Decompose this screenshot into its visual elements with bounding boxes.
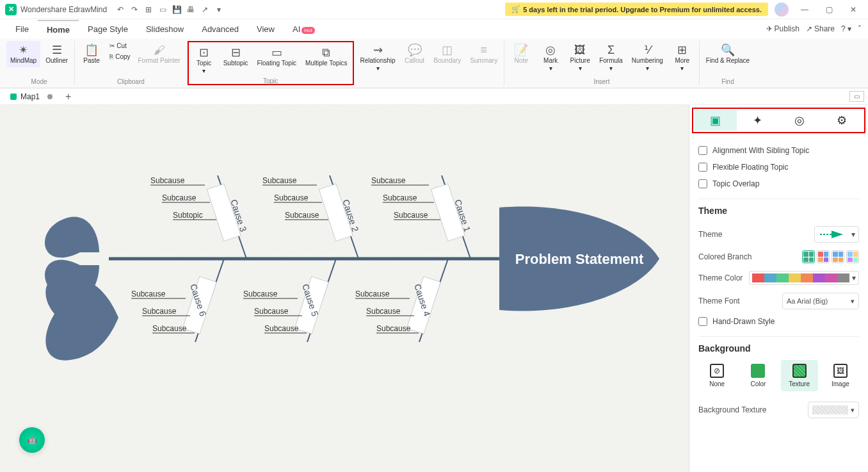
ribbon-group-topic: ⊡Topic▾ ⊟Subtopic ▭Floating Topic ⧉Multi… [188,41,354,85]
numbering-button[interactable]: ⅟Numbering▾ [628,41,667,75]
svg-text:Subcause: Subcause [285,211,319,220]
doc-tab-label: Map1 [20,92,40,101]
topic-group-label: Topic [263,77,278,85]
publish-button[interactable]: ✈ Publish [766,24,800,33]
user-avatar[interactable] [775,3,789,17]
cause-6[interactable]: Cause 6 Subcause Subcause Subcause [131,259,224,342]
theme-color-picker[interactable]: ▾ [749,271,859,285]
panel-tab-settings[interactable]: ⚙ [821,110,863,131]
cause-4[interactable]: Cause 4 Subcause Subcause Subcause [355,259,448,342]
main-area: Problem Statement Cause 1 Subcause Subca… [0,105,868,472]
doc-tab-map1[interactable]: Map1 [4,90,59,103]
branch-opt-1[interactable] [802,250,815,263]
maximize-icon[interactable]: ▢ [819,2,839,17]
panel-tab-layout[interactable]: ▣ [695,110,737,131]
menu-page-style[interactable]: Page Style [79,20,137,38]
share-button[interactable]: ↗ Share [806,24,835,33]
floating-topic-button[interactable]: ▭Floating Topic [253,44,301,70]
find-replace-button[interactable]: 🔍Find & Replace [702,41,753,67]
menu-ai[interactable]: AIHot [284,20,324,38]
overlap-checkbox[interactable]: Topic Overlap [698,175,859,192]
picture-button[interactable]: 🖼Picture▾ [566,41,594,75]
cause-3[interactable]: Cause 3 Subcause Subcause Subtopic [150,175,248,259]
svg-text:Subcause: Subcause [394,211,428,220]
svg-text:Subcause: Subcause [254,307,289,316]
menu-view[interactable]: View [248,20,284,38]
window-controls: — ▢ ✕ [795,2,863,17]
mode-label: Mode [31,78,47,85]
print-icon[interactable]: 🖶 [185,4,197,15]
branch-opt-4[interactable] [846,250,859,263]
canvas[interactable]: Problem Statement Cause 1 Subcause Subca… [0,105,689,472]
find-label: Find [721,78,734,85]
svg-text:Subcause: Subcause [376,324,411,333]
cause-2[interactable]: Cause 2 Subcause Subcause Subcause [262,175,360,259]
theme-label: Theme [698,230,722,239]
boundary-button[interactable]: ◫Boundary [430,41,465,67]
help-icon[interactable]: ? ▾ [841,24,851,33]
formula-button[interactable]: ΣFormula▾ [595,41,627,75]
multiple-topics-button[interactable]: ⧉Multiple Topics [301,44,351,70]
doc-icon [10,94,17,100]
relationship-button[interactable]: ⇝Relationship▾ [357,41,399,75]
problem-statement[interactable]: Problem Statement [515,251,644,267]
flexible-checkbox[interactable]: Flexible Floating Topic [698,159,859,175]
panel-tab-style[interactable]: ✦ [737,110,779,131]
svg-text:Subtopic: Subtopic [173,211,203,220]
add-tab-icon[interactable]: + [65,91,71,102]
topic-button[interactable]: ⊡Topic▾ [190,44,218,77]
format-painter-button[interactable]: 🖌Format Painter [134,41,184,67]
redo-icon[interactable]: ↷ [129,4,140,15]
ribbon: ✴MindMap ☰Outliner Mode 📋Paste ✂ Cut ⎘ C… [0,38,868,88]
mindmap-button[interactable]: ✴MindMap [6,41,40,67]
doc-modified-icon [47,94,52,99]
bg-texture-selector[interactable]: ▾ [808,402,859,418]
hand-drawn-checkbox[interactable]: Hand-Drawn Style [698,313,859,330]
close-icon[interactable]: ✕ [844,2,863,17]
branch-opt-3[interactable] [832,250,844,263]
alignment-checkbox[interactable]: Alignment With Sibling Topic [698,142,859,159]
undo-icon[interactable]: ↶ [115,4,126,15]
svg-text:Subcause: Subcause [355,289,390,298]
copy-button[interactable]: ⎘ Copy [107,52,133,61]
bg-image[interactable]: 🖼Image [822,360,859,391]
cause-5[interactable]: Cause 5 Subcause Subcause Subcause [243,259,336,342]
bg-none[interactable]: ⊘None [698,360,735,391]
menu-slideshow[interactable]: Slideshow [137,20,193,38]
panel-toggle-icon[interactable]: ▭ [849,91,864,102]
theme-font-selector[interactable]: Aa Arial (Big)▾ [782,293,859,309]
menu-home[interactable]: Home [38,20,79,38]
assistant-fab-icon[interactable]: 🤖 [19,427,45,453]
bg-texture-label: Background Texture [698,405,767,414]
trial-text: 5 days left in the trial period. Upgrade… [523,6,762,13]
panel-tab-mark[interactable]: ◎ [779,110,821,131]
svg-text:Subcause: Subcause [142,307,177,316]
mark-button[interactable]: ◎Mark▾ [536,41,565,75]
trial-banner[interactable]: 🛒 5 days left in the trial period. Upgra… [505,3,768,16]
menu-file[interactable]: File [6,20,38,38]
more-button[interactable]: ⊞More▾ [668,41,696,75]
note-button[interactable]: 📝Note [507,41,535,67]
theme-selector[interactable]: ▾ [814,226,859,243]
cause-1[interactable]: Cause 1 Subcause Subcause Subcause [371,175,472,259]
svg-text:Subcause: Subcause [274,193,309,202]
branch-opt-2[interactable] [817,250,830,263]
save-icon[interactable]: 💾 [171,4,182,15]
export-icon[interactable]: ↗ [199,4,211,15]
svg-text:Subcause: Subcause [262,176,297,185]
fishbone-diagram[interactable]: Problem Statement Cause 1 Subcause Subca… [0,105,689,472]
bg-texture[interactable]: Texture [781,360,818,391]
open-icon[interactable]: ▭ [157,4,168,15]
collapse-ribbon-icon[interactable]: ˄ [858,24,862,33]
subtopic-button[interactable]: ⊟Subtopic [220,44,252,70]
paste-button[interactable]: 📋Paste [77,41,106,67]
more-qat-icon[interactable]: ▾ [213,4,225,15]
callout-button[interactable]: 💬Callout [401,41,429,67]
bg-color[interactable]: Color [739,360,776,391]
minimize-icon[interactable]: — [795,2,814,17]
new-icon[interactable]: ⊞ [143,4,154,15]
outliner-button[interactable]: ☰Outliner [42,41,72,67]
summary-button[interactable]: ≡Summary [466,41,501,67]
menu-advanced[interactable]: Advanced [193,20,248,38]
cut-button[interactable]: ✂ Cut [107,41,133,51]
